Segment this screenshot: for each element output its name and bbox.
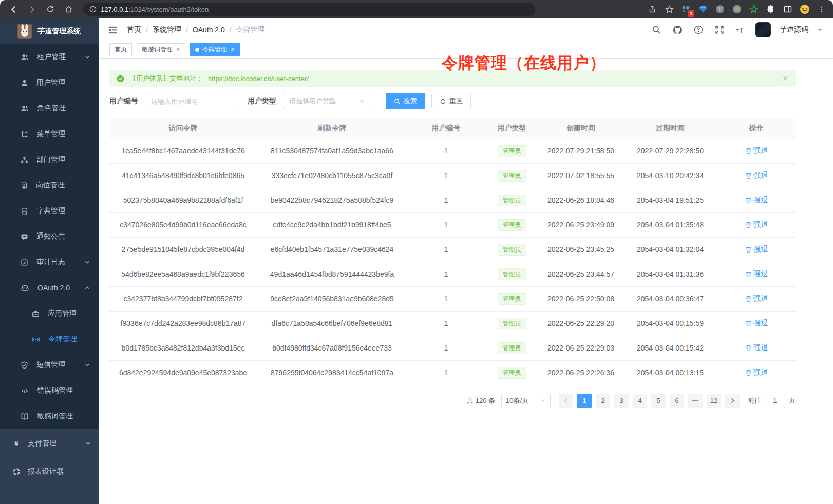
- alert-close-icon[interactable]: ✕: [782, 74, 788, 83]
- tab-令牌管理[interactable]: 令牌管理✕: [190, 43, 240, 56]
- page-size-select[interactable]: 10条/页: [501, 394, 551, 408]
- ext-grid-icon[interactable]: 9: [681, 4, 691, 14]
- page-button-6[interactable]: 6: [670, 394, 684, 408]
- address-bar[interactable]: 127.0.0.1:1024/system/oauth2/token: [83, 3, 535, 16]
- force-logout-button[interactable]: 强退: [745, 245, 768, 254]
- sidebar-menu: 租户管理用户管理角色管理菜单管理部门管理岗位管理字典管理通知公告审计日志OAut…: [0, 44, 99, 429]
- force-logout-button[interactable]: 强退: [745, 196, 768, 205]
- user-type-badge: 管理员: [498, 145, 526, 157]
- breadcrumb-separator: /: [186, 26, 188, 34]
- refresh-token-cell: 49d1aa46d1454fbd87591444423be9fa: [257, 262, 407, 286]
- page-button-3[interactable]: 3: [614, 394, 629, 408]
- back-icon[interactable]: [6, 2, 21, 16]
- home-icon[interactable]: [62, 2, 76, 16]
- page-button-5[interactable]: 5: [651, 394, 666, 408]
- sidebar-item-dict[interactable]: 字典管理: [0, 198, 99, 224]
- sidebar-item-users[interactable]: 租户管理: [0, 44, 99, 70]
- page-button-1[interactable]: 1: [577, 394, 592, 408]
- table-row: 1ea5e44f8bc1467aaede43144f31de76811c5304…: [109, 139, 796, 163]
- force-logout-button[interactable]: 强退: [745, 343, 768, 353]
- ext-puzzle-icon[interactable]: [766, 4, 776, 14]
- page-button-2[interactable]: 2: [596, 394, 610, 408]
- breadcrumb-item[interactable]: 首页: [127, 25, 141, 34]
- fullscreen-icon[interactable]: [713, 24, 726, 36]
- refresh-token-cell: 333ecfc71e02480cb11055c875c3ca0f: [257, 163, 407, 188]
- force-logout-button[interactable]: 强退: [745, 146, 768, 156]
- github-icon[interactable]: [671, 24, 684, 36]
- jump-page-input[interactable]: [765, 394, 785, 408]
- user-type-badge: 管理员: [498, 342, 526, 354]
- force-logout-button[interactable]: 强退: [745, 294, 768, 303]
- page-button-4[interactable]: 4: [633, 394, 647, 408]
- user-type-select[interactable]: 请选择用户类型: [283, 93, 371, 109]
- force-logout-button[interactable]: 强退: [745, 220, 768, 229]
- profile-avatar-icon[interactable]: [800, 4, 810, 14]
- chevron-down-icon: [359, 98, 365, 104]
- sidebar-item-users[interactable]: 角色管理: [0, 95, 99, 121]
- user-id-input[interactable]: [145, 93, 233, 109]
- column-header: 操作: [717, 118, 796, 139]
- user-type-badge: 管理员: [498, 219, 526, 231]
- force-logout-button[interactable]: 强退: [745, 368, 768, 377]
- help-icon[interactable]: [692, 24, 705, 36]
- sidebar-item-token[interactable]: 令牌管理: [0, 326, 99, 352]
- force-logout-button[interactable]: 强退: [745, 171, 768, 180]
- sidebar-item-chart[interactable]: 报表设计器: [0, 457, 99, 486]
- reload-icon[interactable]: [43, 2, 58, 16]
- force-logout-button[interactable]: 强退: [745, 319, 768, 328]
- sidebar-item-org[interactable]: 部门管理: [0, 147, 99, 172]
- user-avatar[interactable]: [755, 22, 771, 37]
- expire-time-cell: 2054-03-04 00:15:59: [623, 311, 717, 336]
- prev-page-button[interactable]: [559, 394, 573, 408]
- breadcrumb-item[interactable]: 系统管理: [153, 25, 181, 34]
- fold-sidebar-icon[interactable]: [108, 25, 118, 35]
- caret-down-icon[interactable]: [817, 27, 823, 33]
- star-icon[interactable]: [664, 4, 674, 14]
- search-button[interactable]: 搜索: [386, 93, 425, 109]
- sidebar-item-yen[interactable]: ¥支付管理: [0, 429, 99, 457]
- sidebar-item-tree[interactable]: 菜单管理: [0, 121, 99, 147]
- sidebar-item-user[interactable]: 用户管理: [0, 70, 99, 95]
- trash-icon: [745, 221, 752, 228]
- force-logout-button[interactable]: 强退: [745, 269, 768, 279]
- sidebar-item-briefcase[interactable]: 应用管理: [0, 301, 99, 326]
- sidebar-item-badge[interactable]: 岗位管理: [0, 172, 99, 198]
- user-name[interactable]: 芋道源码: [780, 25, 808, 34]
- ext-star-green-icon[interactable]: [749, 4, 759, 14]
- tab-close-icon[interactable]: ✕: [176, 46, 180, 53]
- sidebar-item-message[interactable]: 通知公告: [0, 224, 99, 249]
- page-button-12[interactable]: 12: [707, 394, 721, 408]
- ext-command-icon[interactable]: ⌘: [715, 4, 725, 14]
- kebab-menu-icon[interactable]: [817, 4, 827, 14]
- search-icon[interactable]: [650, 24, 662, 36]
- reset-button[interactable]: 重置: [431, 93, 471, 109]
- next-page-button[interactable]: [725, 394, 740, 408]
- dict-icon: [21, 207, 28, 215]
- forward-icon[interactable]: [25, 2, 39, 16]
- access-token-cell: 41c41346a548490f9dc8b01c6bfe0865: [109, 163, 257, 188]
- page-ellipsis-button[interactable]: •••: [688, 394, 703, 408]
- openbook-icon: [21, 413, 29, 420]
- breadcrumb-item[interactable]: OAuth 2.0: [193, 26, 225, 34]
- tab-首页[interactable]: 首页: [109, 43, 132, 56]
- table-row: 6d842e2924594de9a09e45e087323abe8796295f…: [109, 360, 796, 385]
- sidebar-item-shield[interactable]: 短信管理: [0, 352, 99, 378]
- info-icon[interactable]: [89, 6, 97, 13]
- app-logo[interactable]: 芋道管理系统: [0, 18, 99, 44]
- sidepanel-icon[interactable]: [783, 4, 793, 14]
- tab-close-icon[interactable]: ✕: [230, 46, 235, 53]
- sidebar-item-openbook[interactable]: 敏感词管理: [0, 403, 99, 429]
- share-icon[interactable]: [647, 4, 657, 14]
- ext-record-icon[interactable]: [732, 4, 742, 14]
- alert-doc-link[interactable]: https://doc.iocoder.cn/user-center/: [208, 75, 309, 83]
- user-id-cell: 1: [407, 237, 485, 262]
- fontsize-icon[interactable]: TT: [734, 24, 747, 36]
- trash-icon: [745, 320, 752, 327]
- force-logout-label: 强退: [753, 245, 768, 254]
- sidebar-item-log[interactable]: 审计日志: [0, 249, 99, 275]
- sidebar-item-robot[interactable]: OAuth 2.0: [0, 275, 99, 301]
- ext-gem-icon[interactable]: [698, 4, 708, 14]
- sidebar-item-label: 部门管理: [36, 155, 65, 164]
- tab-敏感词管理[interactable]: 敏感词管理✕: [137, 43, 185, 56]
- sidebar-item-code[interactable]: 错误码管理: [0, 378, 99, 403]
